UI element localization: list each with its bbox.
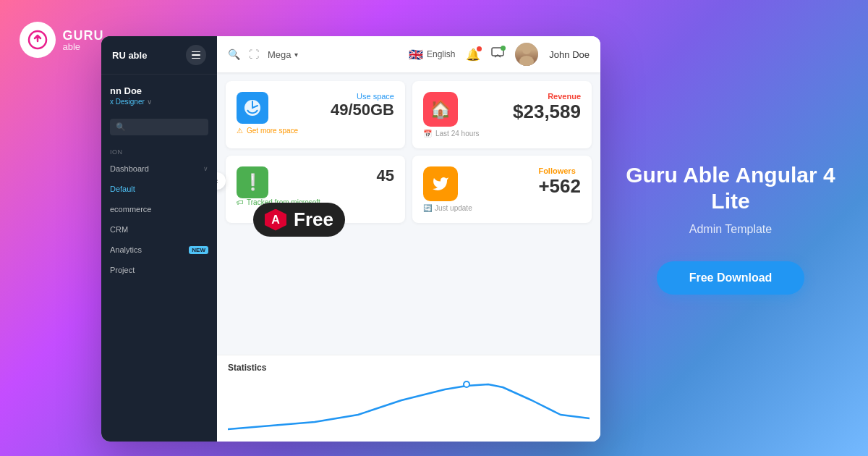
bugs-icon: ❕ (237, 166, 268, 198)
sidebar-item-label: CRM (110, 225, 128, 234)
sidebar-item-ecommerce[interactable]: ecommerce (101, 199, 217, 219)
avatar-image (515, 43, 538, 66)
angular-free-badge: A Free (253, 203, 345, 237)
sidebar-item-analytics[interactable]: Analytics NEW (101, 240, 217, 260)
revenue-value: $23,589 (513, 101, 581, 123)
notification-dot (477, 46, 482, 51)
refresh-icon: 🔄 (423, 204, 432, 212)
revenue-label: Revenue (513, 92, 581, 101)
sidebar-item-default[interactable]: Default (101, 179, 217, 199)
logo-icon (20, 22, 56, 58)
language-selector[interactable]: 🇬🇧 English (409, 48, 455, 62)
sidebar-item-dashboard[interactable]: Dashboard ∨ (101, 159, 217, 179)
chevron-down-icon: ∨ (203, 165, 208, 172)
warning-icon: ⚠ (237, 127, 243, 135)
chat-online-dot (501, 46, 506, 51)
notification-bell[interactable]: 🔔 (466, 48, 480, 62)
svg-point-6 (464, 382, 469, 387)
language-label: English (427, 49, 455, 59)
sidebar-item-label: Default (110, 185, 135, 193)
free-download-button[interactable]: Free Download (657, 261, 805, 295)
product-info-panel: Guru Able Angular 4 Lite Admin Template … (593, 0, 868, 456)
new-badge: NEW (189, 246, 208, 254)
mega-menu[interactable]: Mega ▾ (268, 49, 298, 60)
tag-icon: 🏷 (237, 198, 244, 206)
product-subtitle: Admin Template (689, 223, 772, 236)
sidebar-item-label: Dashboard (110, 164, 149, 173)
fullscreen-icon[interactable]: ⛶ (249, 48, 259, 60)
twitter-widget: Followers +562 🔄 Just update (412, 156, 592, 223)
sidebar-header: RU able (101, 36, 217, 75)
sidebar-item-label: Analytics (110, 245, 142, 254)
revenue-icon: 🏠 (423, 92, 458, 127)
sidebar-username: nn Doe (110, 85, 208, 96)
sidebar-role: x Designer ∨ (110, 98, 208, 106)
followers-value: +562 (538, 175, 581, 198)
dashboard-card: RU able nn Doe x Designer ∨ 🔍 ion Dashbo… (101, 36, 600, 442)
storage-icon (237, 92, 268, 124)
sidebar-section-label: ion (101, 141, 217, 159)
revenue-date: 📅 Last 24 hours (423, 130, 581, 138)
followers-update: 🔄 Just update (423, 204, 581, 212)
svg-point-3 (519, 56, 534, 66)
free-badge-text: Free (294, 208, 333, 231)
angular-icon: A (265, 209, 286, 231)
mega-label: Mega (268, 49, 292, 60)
sidebar-item-crm[interactable]: CRM (101, 219, 217, 240)
storage-label: Use space (331, 92, 394, 101)
user-avatar[interactable] (515, 43, 538, 66)
flag-icon: 🇬🇧 (409, 48, 423, 62)
sidebar-user: nn Doe x Designer ∨ (101, 75, 217, 113)
storage-widget: Use space 49/50GB ⚠ Get more space (226, 81, 405, 148)
topbar-search-icon[interactable]: 🔍 (228, 48, 240, 60)
hamburger-button[interactable] (186, 45, 206, 65)
calendar-icon: 📅 (423, 130, 432, 138)
storage-warning: ⚠ Get more space (237, 127, 394, 135)
sidebar-search[interactable]: 🔍 (110, 119, 208, 135)
svg-point-2 (522, 46, 531, 54)
sidebar-item-label: ecommerce (110, 205, 151, 214)
chevron-down-icon: ▾ (294, 51, 298, 59)
sidebar-item-label: Project (110, 266, 135, 274)
search-icon: 🔍 (116, 122, 126, 132)
topbar-right: 🇬🇧 English 🔔 (409, 43, 590, 66)
logo-text: GURU able (63, 29, 104, 51)
revenue-widget: 🏠 Revenue $23,589 📅 Last 24 hours (412, 81, 592, 148)
twitter-icon (423, 166, 458, 201)
chat-icon[interactable] (491, 47, 504, 62)
storage-value: 49/50GB (331, 101, 394, 119)
sidebar-brand: RU able (112, 50, 147, 61)
sidebar: RU able nn Doe x Designer ∨ 🔍 ion Dashbo… (101, 36, 217, 442)
followers-label: Followers (538, 166, 581, 175)
statistics-chart (228, 379, 590, 436)
statistics-title: Statistics (228, 363, 590, 373)
topbar-username: John Doe (549, 49, 590, 60)
main-content: 🔍 ⛶ Mega ▾ 🇬🇧 English 🔔 (217, 36, 600, 442)
logo-container: GURU able (20, 22, 104, 58)
topbar: 🔍 ⛶ Mega ▾ 🇬🇧 English 🔔 (217, 36, 600, 72)
product-title: Guru Able Angular 4 Lite (622, 162, 839, 214)
sidebar-item-project[interactable]: Project (101, 260, 217, 280)
statistics-section: Statistics (217, 355, 600, 442)
bugs-value: 45 (377, 166, 394, 185)
